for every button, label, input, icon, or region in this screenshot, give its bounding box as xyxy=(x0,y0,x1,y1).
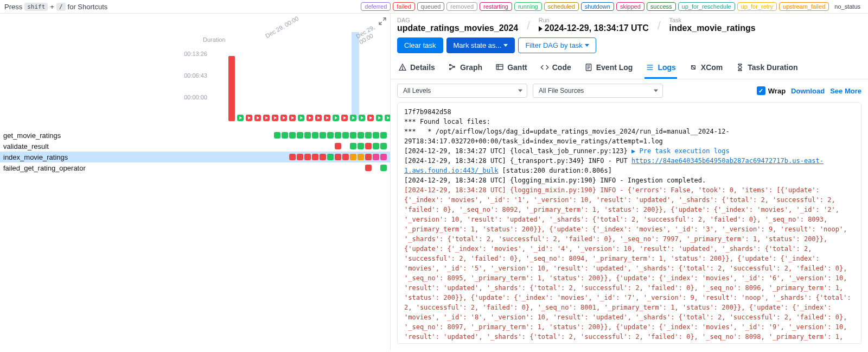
run-bar[interactable] xyxy=(289,51,296,121)
task-instance-cell[interactable] xyxy=(282,165,288,171)
task-instance-cell[interactable] xyxy=(274,143,280,149)
task-instance-cell[interactable] xyxy=(304,143,311,149)
wrap-toggle[interactable]: ✓ Wrap xyxy=(757,86,786,95)
task-instance-cell[interactable] xyxy=(373,132,379,139)
task-instance-cell[interactable] xyxy=(259,132,265,139)
task-instance-cell[interactable] xyxy=(365,143,372,149)
task-instance-cell[interactable] xyxy=(320,143,326,149)
task-instance-cell[interactable] xyxy=(380,143,387,149)
task-instance-cell[interactable] xyxy=(297,154,303,160)
legend-restarting[interactable]: restarting xyxy=(480,2,512,11)
task-instance-cell[interactable] xyxy=(365,132,372,139)
task-instance-cell[interactable] xyxy=(358,154,364,160)
task-instance-cell[interactable] xyxy=(289,154,296,160)
tab-graph[interactable]: Graph xyxy=(447,58,483,79)
task-instance-cell[interactable] xyxy=(327,132,334,139)
run-bar[interactable] xyxy=(263,51,270,121)
run-bar[interactable] xyxy=(280,51,288,121)
clear-task-button[interactable]: Clear task xyxy=(397,37,443,53)
task-instance-cell[interactable] xyxy=(342,154,349,160)
tab-code[interactable]: Code xyxy=(539,58,572,79)
task-instance-cell[interactable] xyxy=(312,143,318,149)
legend-shutdown[interactable]: shutdown xyxy=(581,2,614,11)
legend-running[interactable]: running xyxy=(514,2,542,11)
task-instance-cell[interactable] xyxy=(297,165,303,171)
task-instance-cell[interactable] xyxy=(380,165,387,171)
legend-upstream_failed[interactable]: upstream_failed xyxy=(779,2,829,11)
task-instance-cell[interactable] xyxy=(289,165,296,171)
legend-queued[interactable]: queued xyxy=(417,2,445,11)
task-instance-cell[interactable] xyxy=(342,165,349,171)
run-bar[interactable] xyxy=(254,51,261,121)
task-instance-cell[interactable] xyxy=(373,154,379,160)
task-instance-cell[interactable] xyxy=(282,132,288,139)
task-instance-cell[interactable] xyxy=(327,165,334,171)
legend-up_for_reschedule[interactable]: up_for_reschedule xyxy=(678,2,735,11)
task-instance-cell[interactable] xyxy=(251,132,258,139)
legend-up_for_retry[interactable]: up_for_retry xyxy=(737,2,777,11)
tab-xcom[interactable]: XCom xyxy=(688,58,724,79)
run-bar[interactable] xyxy=(228,51,235,121)
task-instance-cell[interactable] xyxy=(244,132,250,139)
task-instance-cell[interactable] xyxy=(289,132,296,139)
run-bar[interactable] xyxy=(323,51,331,121)
run-bar[interactable] xyxy=(384,51,391,121)
log-level-select[interactable]: All Levels xyxy=(397,84,527,98)
task-instance-cell[interactable] xyxy=(365,154,372,160)
task-instance-cell[interactable] xyxy=(304,165,311,171)
task-instance-cell[interactable] xyxy=(320,132,326,139)
legend-scheduled[interactable]: scheduled xyxy=(544,2,579,11)
filter-dag-button[interactable]: Filter DAG by task xyxy=(518,37,596,53)
run-bar[interactable] xyxy=(271,51,279,121)
task-instance-cell[interactable] xyxy=(350,143,356,149)
task-instance-cell[interactable] xyxy=(350,154,356,160)
task-instance-cell[interactable] xyxy=(274,165,280,171)
tab-eventlog[interactable]: Event Log xyxy=(583,58,634,79)
task-instance-cell[interactable] xyxy=(282,143,288,149)
task-row-failed_get_rating_operator[interactable]: failed_get_rating_operator xyxy=(0,162,390,173)
run-bar[interactable] xyxy=(349,51,357,121)
run-bar[interactable] xyxy=(297,51,305,121)
task-instance-cell[interactable] xyxy=(304,132,311,139)
run-bar[interactable] xyxy=(237,51,244,121)
legend-failed[interactable]: failed xyxy=(393,2,414,11)
task-instance-cell[interactable] xyxy=(350,132,356,139)
task-instance-cell[interactable] xyxy=(289,143,296,149)
task-instance-cell[interactable] xyxy=(365,165,372,171)
run-bar[interactable] xyxy=(332,51,340,121)
task-instance-cell[interactable] xyxy=(251,154,258,160)
log-source-select[interactable]: All File Sources xyxy=(533,84,663,98)
task-instance-cell[interactable] xyxy=(380,154,387,160)
task-instance-cell[interactable] xyxy=(327,154,334,160)
task-row-index_movie_ratings[interactable]: index_movie_ratings xyxy=(0,152,390,162)
run-bar[interactable] xyxy=(358,51,366,121)
log-pre-task-link[interactable]: ▶ Pre task execution logs xyxy=(631,147,730,155)
task-instance-cell[interactable] xyxy=(327,143,334,149)
task-instance-cell[interactable] xyxy=(251,165,258,171)
run-bar[interactable] xyxy=(341,51,348,121)
legend-success[interactable]: success xyxy=(647,2,676,11)
task-row-validate_result[interactable]: validate_result xyxy=(0,141,390,152)
legend-deferred[interactable]: deferred xyxy=(361,2,391,11)
crumb-dag[interactable]: update_ratings_movies_2024 xyxy=(397,23,518,33)
tab-logs[interactable]: Logs xyxy=(644,58,676,79)
task-instance-cell[interactable] xyxy=(312,165,318,171)
task-instance-cell[interactable] xyxy=(358,132,364,139)
run-bar[interactable] xyxy=(306,51,314,121)
task-instance-cell[interactable] xyxy=(312,154,318,160)
mark-state-button[interactable]: Mark state as... xyxy=(446,37,515,53)
task-instance-cell[interactable] xyxy=(342,132,349,139)
task-instance-cell[interactable] xyxy=(358,143,364,149)
task-instance-cell[interactable] xyxy=(274,132,280,139)
task-instance-cell[interactable] xyxy=(335,154,341,160)
run-bar[interactable] xyxy=(315,51,322,121)
tab-gantt[interactable]: Gantt xyxy=(494,58,528,79)
crumb-task[interactable]: index_movie_ratings xyxy=(669,23,755,33)
task-instance-cell[interactable] xyxy=(350,165,356,171)
crumb-run[interactable]: 2024-12-29, 18:34:17 UTC xyxy=(539,23,649,33)
see-more-link[interactable]: See More xyxy=(830,87,861,95)
tab-duration[interactable]: Task Duration xyxy=(735,58,799,79)
run-bar[interactable] xyxy=(367,51,374,121)
task-instance-cell[interactable] xyxy=(266,154,273,160)
tab-details[interactable]: Details xyxy=(397,58,436,79)
